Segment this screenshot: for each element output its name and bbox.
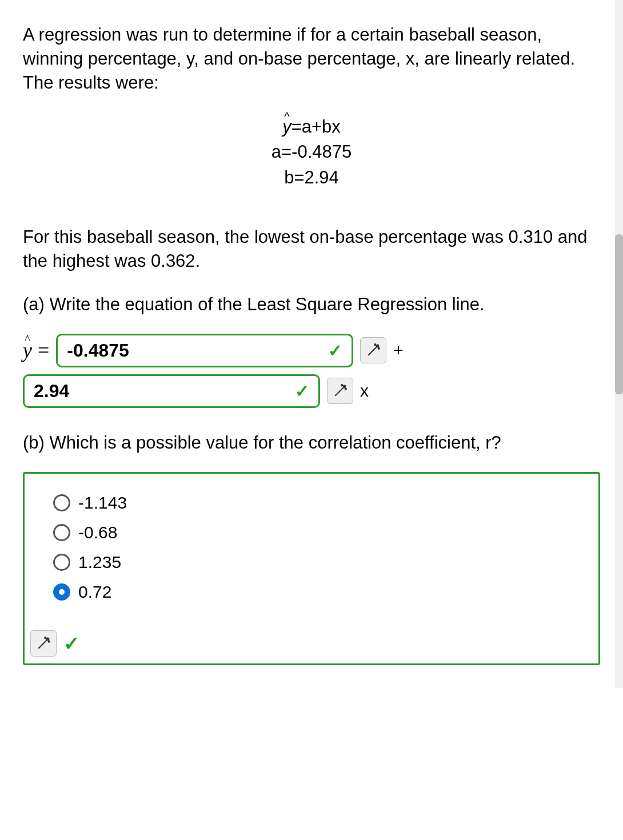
answer-row-2: 2.94 ✓ x	[23, 374, 600, 408]
plus-text: +	[393, 341, 404, 360]
question-intro: A regression was run to determine if for…	[23, 23, 600, 95]
equals-sign: =	[38, 338, 49, 362]
radio-icon	[53, 494, 70, 511]
radio-icon	[53, 583, 70, 601]
mc-feedback: ✓	[30, 630, 79, 657]
multiple-choice-group: -1.143 -0.68 1.235 0.72 ✓	[23, 472, 600, 665]
slope-value: 2.94	[34, 381, 69, 402]
check-icon: ✓	[63, 632, 79, 655]
formula-editor-button[interactable]	[327, 378, 353, 404]
svg-point-1	[377, 345, 378, 347]
hat-accent-icon: ^	[25, 333, 30, 346]
intercept-value: -0.4875	[67, 340, 129, 361]
check-icon: ✓	[295, 381, 309, 401]
slope-input[interactable]: 2.94 ✓	[23, 374, 320, 408]
answer-row-1: ^ y = -0.4875 ✓ +	[23, 334, 600, 367]
eq-line3: b=2.94	[23, 165, 600, 191]
svg-point-2	[374, 345, 376, 346]
part-b-prompt: (b) Which is a possible value for the co…	[23, 431, 600, 455]
svg-point-9	[47, 638, 49, 639]
mc-option-2[interactable]: 1.235	[53, 553, 581, 572]
svg-point-7	[345, 389, 346, 390]
svg-point-5	[344, 386, 345, 387]
scrollbar-track[interactable]	[615, 0, 623, 688]
formula-editor-button[interactable]	[30, 630, 57, 657]
radio-icon	[53, 524, 70, 541]
mc-option-3[interactable]: 0.72	[53, 582, 581, 602]
formula-editor-button[interactable]	[360, 337, 386, 363]
eq-line2: a=-0.4875	[23, 139, 600, 165]
eq-yhat: y	[282, 117, 291, 137]
svg-point-6	[341, 385, 342, 386]
scrollbar-thumb[interactable]	[615, 234, 623, 394]
mc-option-label: -1.143	[78, 493, 127, 513]
svg-point-3	[378, 348, 380, 349]
radio-icon	[53, 554, 70, 571]
svg-point-11	[49, 641, 50, 642]
mc-option-label: 0.72	[78, 582, 111, 602]
svg-line-4	[335, 387, 344, 396]
svg-line-8	[38, 639, 47, 648]
intercept-input[interactable]: -0.4875 ✓	[56, 334, 353, 367]
part-a-prompt: (a) Write the equation of the Least Squa…	[23, 293, 600, 317]
mc-option-0[interactable]: -1.143	[53, 493, 581, 513]
svg-point-10	[45, 637, 46, 638]
x-text: x	[360, 381, 369, 401]
mc-option-label: -0.68	[78, 523, 117, 542]
eq-line1-rest: =a+bx	[291, 117, 341, 137]
mc-option-label: 1.235	[78, 553, 121, 572]
wand-icon	[366, 343, 381, 358]
regression-equations: ^y=a+bx a=-0.4875 b=2.94	[23, 114, 600, 191]
svg-line-0	[369, 347, 377, 355]
check-icon: ✓	[328, 341, 342, 361]
question-context: For this baseball season, the lowest on-…	[23, 225, 600, 273]
wand-icon	[36, 636, 51, 651]
mc-option-1[interactable]: -0.68	[53, 523, 581, 542]
wand-icon	[333, 383, 348, 398]
